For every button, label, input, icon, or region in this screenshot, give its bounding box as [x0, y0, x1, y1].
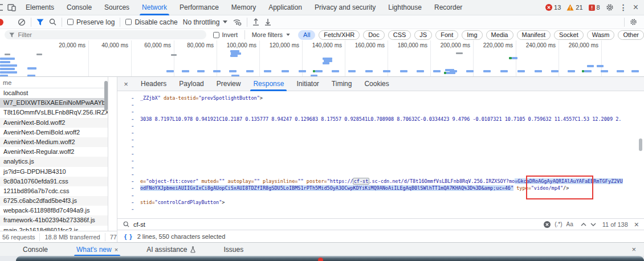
details-tab-response[interactable]: Response [247, 77, 290, 91]
request-bar [0, 71, 17, 74]
clear-search-icon[interactable] [544, 221, 551, 228]
settings-gear-icon[interactable] [606, 3, 614, 11]
tab-lighthouse[interactable]: Lighthouse [382, 0, 428, 15]
chip-img[interactable]: Img [462, 30, 482, 40]
request-row[interactable]: AvenirNext-Bold.woff2 [0, 118, 108, 128]
request-bar [264, 70, 271, 72]
request-row[interactable]: 1211bd896a7b7cdc.css [0, 186, 108, 196]
tab-sources[interactable]: Sources [98, 0, 136, 15]
search-input[interactable] [133, 221, 540, 228]
name-column-header[interactable]: me [0, 77, 108, 88]
chip-css[interactable]: CSS [388, 30, 411, 40]
request-row[interactable]: AvenirNext-Regular.woff2 [0, 147, 108, 157]
filter-toggle-icon[interactable] [36, 19, 44, 26]
request-row[interactable]: localhost [0, 88, 108, 98]
details-tab-timing[interactable]: Timing [325, 77, 358, 91]
import-har-icon[interactable] [252, 18, 259, 26]
details-tab-preview[interactable]: Preview [210, 77, 247, 91]
close-tab-icon[interactable]: × [115, 246, 118, 253]
details-tab-cookies[interactable]: Cookies [358, 77, 395, 91]
request-type-chips: AllFetch/XHRDocCSSJSFontImgMediaManifest… [298, 30, 644, 40]
tab-memory[interactable]: Memory [225, 0, 262, 15]
chip-doc[interactable]: Doc [363, 30, 385, 40]
drawer-tab-issues[interactable]: Issues [217, 243, 251, 256]
console-error-badge[interactable]: 13 [545, 4, 561, 11]
chip-manifest[interactable]: Manifest [517, 30, 551, 40]
tab-recorder[interactable]: Recorder [428, 0, 468, 15]
issues-badge[interactable]: 8 [589, 4, 600, 11]
line-gutter: - [117, 157, 140, 164]
tab-console[interactable]: Console [60, 0, 98, 15]
checkbox-icon[interactable] [213, 32, 219, 38]
invert-checkbox[interactable]: Invert [213, 31, 238, 38]
request-row[interactable]: AvenirNext-DemiBold.woff2 [0, 128, 108, 137]
close-drawer-icon[interactable]: × [631, 245, 644, 254]
disable-cache-checkbox[interactable]: Disable cache [125, 18, 177, 26]
filter-input-box[interactable] [5, 30, 206, 39]
console-warning-badge[interactable]: 21 [566, 4, 582, 11]
tab-privacy-and-security[interactable]: Privacy and security [308, 0, 382, 15]
kebab-menu-icon[interactable]: ⋮ [619, 3, 627, 11]
export-har-icon[interactable] [264, 18, 271, 26]
chip-media[interactable]: Media [486, 30, 513, 40]
filter-input[interactable] [18, 31, 202, 38]
request-row[interactable]: 6725.c6abc2dfad5be4f3.js [0, 196, 108, 206]
preserve-log-checkbox[interactable]: Preserve log [67, 18, 115, 26]
request-row[interactable]: js?id=G-DPDHJB4310 [0, 167, 108, 177]
inspect-cursor-icon[interactable] [0, 3, 3, 11]
match-case-toggle[interactable]: Aa [566, 221, 573, 227]
request-row[interactable]: webpack-611898f8d7c494a9.js [0, 206, 108, 215]
tab-network[interactable]: Network [136, 0, 173, 15]
code-text: stid="controlCardPlayButton"> [140, 199, 225, 206]
regex-toggle[interactable]: (.*) [555, 221, 562, 227]
network-settings-gear-icon[interactable] [630, 18, 637, 26]
details-tab-headers[interactable]: Headers [134, 77, 173, 91]
close-details-icon[interactable]: × [117, 80, 134, 88]
request-row[interactable]: main-2cb1618d8601fcc2.js [0, 226, 108, 231]
line-gutter: - [117, 171, 140, 178]
drawer-tab-label: What's new [76, 246, 112, 254]
device-toolbar-icon[interactable] [7, 3, 16, 11]
close-devtools-icon[interactable]: × [633, 3, 638, 12]
request-row[interactable]: framework-41b02394b273386f.js [0, 215, 108, 225]
tab-performance[interactable]: Performance [173, 0, 225, 15]
throttling-dropdown[interactable]: No throttling [183, 18, 228, 26]
sidebar-scrollbar[interactable] [104, 81, 108, 111]
chip-socket[interactable]: Socket [554, 30, 584, 40]
drawer-tab-what-s-new[interactable]: What's new× [70, 243, 125, 256]
request-row[interactable]: analytics.js [0, 157, 108, 166]
drawer-tab-console[interactable]: Console [16, 243, 55, 256]
close-search-icon[interactable]: × [634, 220, 639, 229]
response-scrollbar[interactable] [639, 138, 642, 151]
response-body-view[interactable]: -_ZZjbX" data-testid="prevSpotlightButto… [117, 91, 644, 218]
code-segment: "video/mp4" [531, 185, 563, 191]
tab-application[interactable]: Application [262, 0, 308, 15]
chip-all[interactable]: All [298, 30, 315, 40]
previous-match-icon[interactable] [581, 223, 586, 226]
request-bar [433, 70, 441, 72]
clear-network-log-icon[interactable] [18, 18, 26, 26]
checkbox-icon[interactable] [67, 19, 74, 25]
details-tab-payload[interactable]: Payload [173, 77, 210, 91]
chip-other[interactable]: Other [618, 30, 644, 40]
next-match-icon[interactable] [590, 223, 596, 226]
chip-js[interactable]: JS [414, 30, 432, 40]
drawer-tab-ai-assistance[interactable]: AI assistance [140, 243, 202, 256]
chip-font[interactable]: Font [435, 30, 458, 40]
chip-wasm[interactable]: Wasm [587, 30, 615, 40]
tab-elements[interactable]: Elements [19, 0, 60, 15]
request-row[interactable]: T8t16OmmfVsLBLFnb8RqV.256.IRZXS… [0, 108, 108, 117]
network-overview-timeline[interactable]: 20,000 ms40,000 ms60,000 ms80,000 ms100,… [0, 40, 644, 77]
request-row[interactable]: 9c80a10760efda91.css [0, 177, 108, 186]
network-conditions-icon[interactable] [233, 18, 242, 26]
request-row[interactable]: AvenirNext-Medium.woff2 [0, 137, 108, 147]
chip-fetch-xhr[interactable]: Fetch/XHR [319, 30, 360, 40]
code-line: - [117, 129, 644, 136]
format-code-icon[interactable]: { } [124, 233, 133, 240]
line-gutter: - [117, 150, 140, 157]
details-tab-initiator[interactable]: Initiator [290, 77, 325, 91]
search-network-icon[interactable] [49, 18, 56, 26]
request-row[interactable]: W7_EDIXWTBiXAEEniNoMPwAAYbmFn… [0, 98, 108, 108]
checkbox-icon[interactable] [125, 19, 132, 25]
more-filters-dropdown[interactable]: More filters [252, 31, 290, 38]
